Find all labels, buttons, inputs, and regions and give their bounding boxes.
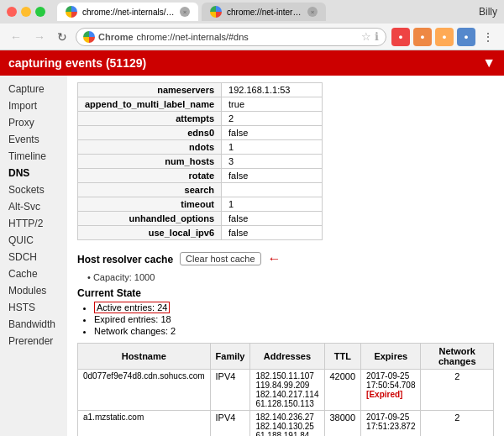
extension-icon3[interactable]: ●: [435, 28, 454, 46]
nav-bar: ← → ↻ Chrome chrome://net-internals/#dns…: [0, 24, 504, 50]
address-bar[interactable]: Chrome chrome://net-internals/#dns ☆ ℹ: [76, 28, 386, 46]
sidebar-item-alt-svc[interactable]: Alt-Svc: [0, 198, 67, 215]
forward-button[interactable]: →: [30, 29, 49, 45]
star-icon[interactable]: ☆: [361, 30, 371, 43]
sidebar-item-dns[interactable]: DNS: [0, 165, 67, 181]
tab-sockets[interactable]: chrome://net-internals/#socke... ×: [202, 3, 326, 21]
extension-icon4[interactable]: ●: [457, 28, 475, 46]
sidebar-item-cache[interactable]: Cache: [0, 265, 67, 282]
state-list: Active entries: 24 Expired entries: 18 N…: [77, 302, 494, 336]
toolbar-icons: ● ● ● ● ⋮: [391, 28, 497, 46]
sidebar-item-events[interactable]: Events: [0, 131, 67, 148]
state-expired-entries: Expired entries: 18: [94, 314, 494, 324]
back-button[interactable]: ←: [7, 29, 25, 45]
info-icon[interactable]: ℹ: [375, 30, 379, 43]
browser-label: Chrome: [98, 32, 134, 42]
tab-sockets-label: chrome://net-internals/#socke...: [227, 8, 302, 17]
url-display: chrome://net-internals/#dns: [137, 32, 249, 42]
capacity-line: • Capacity: 1000: [77, 272, 494, 282]
tab-sockets-close[interactable]: ×: [307, 7, 318, 17]
sidebar-item-proxy[interactable]: Proxy: [0, 114, 67, 131]
traffic-lights: [7, 7, 45, 17]
sidebar-item-bandwidth[interactable]: Bandwidth: [0, 316, 67, 333]
host-resolver-section: Host resolver cache Clear host cache ←: [77, 249, 494, 269]
chevron-down-icon[interactable]: ▼: [482, 55, 496, 71]
close-button[interactable]: [7, 7, 17, 17]
chrome-logo-icon: [83, 31, 95, 43]
current-state-title: Current State: [77, 287, 494, 299]
event-bar-text: capturing events (51129): [8, 56, 146, 70]
expired-entries-text: Expired entries: 18: [94, 314, 171, 324]
sidebar-item-http2[interactable]: HTTP/2: [0, 215, 67, 232]
sidebar-item-timeline[interactable]: Timeline: [0, 148, 67, 165]
sidebar-item-sockets[interactable]: Sockets: [0, 181, 67, 198]
state-network-changes: Network changes: 2: [94, 326, 494, 336]
sidebar-item-hsts[interactable]: HSTS: [0, 299, 67, 316]
tabs-bar: chrome://net-internals/#dns × chrome://n…: [57, 3, 474, 21]
extension-icon2[interactable]: ●: [413, 28, 432, 46]
content-area: nameservers192.168.1.1:53append_to_multi…: [67, 76, 504, 436]
arrow-icon: ←: [268, 251, 281, 266]
active-entries-text: Active entries: 24: [94, 302, 170, 313]
favicon-icon: [66, 6, 77, 18]
state-active-entries: Active entries: 24: [94, 302, 494, 313]
main-layout: Capture Import Proxy Events Timeline DNS…: [0, 76, 504, 436]
title-bar: chrome://net-internals/#dns × chrome://n…: [0, 0, 504, 24]
maximize-button[interactable]: [35, 7, 45, 17]
sidebar: Capture Import Proxy Events Timeline DNS…: [0, 76, 67, 436]
minimize-button[interactable]: [21, 7, 31, 17]
event-bar: capturing events (51129) ▼: [0, 50, 504, 76]
sidebar-item-import[interactable]: Import: [0, 97, 67, 114]
tab-dns[interactable]: chrome://net-internals/#dns ×: [57, 3, 198, 21]
sidebar-item-quic[interactable]: QUIC: [0, 232, 67, 249]
tab-dns-close[interactable]: ×: [180, 7, 190, 17]
extension-icon1[interactable]: ●: [391, 28, 410, 46]
capacity-text: Capacity: 1000: [93, 272, 155, 282]
host-resolver-title: Host resolver cache: [77, 254, 173, 265]
dns-config-table: nameservers192.168.1.1:53append_to_multi…: [77, 82, 323, 240]
reload-button[interactable]: ↻: [54, 29, 71, 45]
user-name: Billy: [479, 6, 497, 18]
clear-host-cache-button[interactable]: Clear host cache: [180, 252, 261, 265]
sidebar-item-prerender[interactable]: Prerender: [0, 333, 67, 349]
favicon-icon2: [210, 6, 222, 18]
tab-dns-label: chrome://net-internals/#dns: [82, 8, 175, 17]
menu-icon[interactable]: ⋮: [479, 28, 497, 46]
cache-table: HostnameFamilyAddressesTTLExpiresNetwork…: [77, 343, 494, 436]
sidebar-item-modules[interactable]: Modules: [0, 282, 67, 299]
network-changes-text: Network changes: 2: [94, 326, 176, 336]
sidebar-item-sdch[interactable]: SDCH: [0, 249, 67, 265]
sidebar-item-capture[interactable]: Capture: [0, 81, 67, 97]
